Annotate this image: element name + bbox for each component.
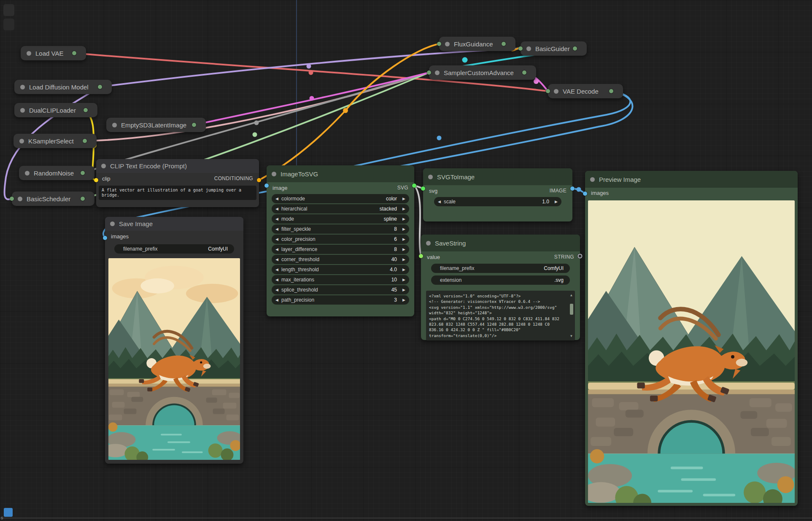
decrement-arrow-icon[interactable]: ◀ xyxy=(275,267,281,272)
widget-extension[interactable]: extension .svg xyxy=(431,275,570,285)
increment-arrow-icon[interactable]: ▶ xyxy=(399,217,405,221)
collapse-dot[interactable] xyxy=(25,171,30,175)
increment-arrow-icon[interactable]: ▶ xyxy=(399,207,405,211)
collapse-dot[interactable] xyxy=(445,42,450,46)
input-slot-clip[interactable] xyxy=(94,178,98,182)
output-slot[interactable] xyxy=(609,89,613,93)
decrement-arrow-icon[interactable]: ◀ xyxy=(438,200,444,204)
widget-filter-speckle[interactable]: ◀filter_speckle8▶ xyxy=(272,224,409,234)
input-slot[interactable] xyxy=(437,42,441,46)
node-clip-text-encode[interactable]: CLIP Text Encode (Prompt) clip CONDITION… xyxy=(96,159,259,207)
collapse-dot[interactable] xyxy=(18,197,22,201)
input-slot-value[interactable] xyxy=(419,254,423,258)
node-load-vae[interactable]: Load VAE xyxy=(21,46,86,60)
widget-color-precision[interactable]: ◀color_precision6▶ xyxy=(272,235,409,244)
collapse-dot[interactable] xyxy=(20,108,25,113)
node-vae-decode[interactable]: VAE Decode xyxy=(548,84,623,98)
decrement-arrow-icon[interactable]: ◀ xyxy=(275,247,281,251)
decrement-arrow-icon[interactable]: ◀ xyxy=(275,237,281,241)
collapse-dot[interactable] xyxy=(101,164,106,168)
collapse-dot[interactable] xyxy=(526,46,531,51)
increment-arrow-icon[interactable]: ▶ xyxy=(399,237,405,241)
increment-arrow-icon[interactable]: ▶ xyxy=(399,247,405,251)
output-slot[interactable] xyxy=(502,42,506,46)
widget-colormode[interactable]: ◀colormodecolor▶ xyxy=(272,194,409,203)
increment-arrow-icon[interactable]: ▶ xyxy=(399,278,405,282)
collapse-dot[interactable] xyxy=(272,172,276,176)
collapse-dot[interactable] xyxy=(110,221,115,226)
collapse-dot[interactable] xyxy=(554,89,558,94)
scroll-down-icon[interactable]: ▼ xyxy=(570,333,572,339)
output-slot[interactable] xyxy=(81,171,85,175)
node-save-image[interactable]: Save Image images filename_prefix ComfyU… xyxy=(105,217,243,464)
input-slot[interactable] xyxy=(10,197,14,201)
increment-arrow-icon[interactable]: ▶ xyxy=(399,227,405,231)
input-slot[interactable] xyxy=(518,46,523,51)
node-empty-sd3-latent-image[interactable]: EmptySD3LatentImage xyxy=(106,118,206,132)
node-graph-canvas[interactable]: s xyxy=(0,0,812,521)
node-image-to-svg[interactable]: ImageToSVG image SVG ◀colormodecolor▶ ◀h… xyxy=(267,165,414,316)
scroll-up-icon[interactable]: ▲ xyxy=(570,292,572,298)
increment-arrow-icon[interactable]: ▶ xyxy=(552,200,558,204)
widget-filename-prefix[interactable]: filename_prefix ComfyUI xyxy=(114,244,234,254)
decrement-arrow-icon[interactable]: ◀ xyxy=(275,288,281,292)
collapse-dot[interactable] xyxy=(20,85,25,89)
input-slot[interactable] xyxy=(427,70,431,75)
collapse-dot[interactable] xyxy=(435,70,440,75)
input-slot-images[interactable] xyxy=(583,192,587,196)
output-slot[interactable] xyxy=(72,51,76,55)
increment-arrow-icon[interactable]: ▶ xyxy=(399,197,405,201)
input-slot-svg[interactable] xyxy=(421,186,425,191)
node-basic-scheduler[interactable]: BasicScheduler xyxy=(12,192,94,206)
output-slot[interactable] xyxy=(573,46,577,51)
output-slot-conditioning[interactable] xyxy=(257,178,261,182)
collapse-dot[interactable] xyxy=(590,177,595,182)
node-svg-to-image[interactable]: SVGToImage svg IMAGE ◀ scale 1.0 ▶ xyxy=(423,168,572,221)
output-slot[interactable] xyxy=(84,108,88,112)
widget-length-threshold[interactable]: ◀length_threshold4.0▶ xyxy=(272,265,409,274)
prompt-text-widget[interactable]: A flat vector art illustration of a goat… xyxy=(99,186,256,200)
increment-arrow-icon[interactable]: ▶ xyxy=(399,257,405,262)
decrement-arrow-icon[interactable]: ◀ xyxy=(275,197,281,201)
collapse-dot[interactable] xyxy=(112,123,117,127)
input-slot-image[interactable] xyxy=(264,184,269,188)
collapse-dot[interactable] xyxy=(426,241,431,246)
collapse-dot[interactable] xyxy=(27,51,31,56)
scrollbar-thumb[interactable] xyxy=(570,304,573,315)
output-slot-string[interactable] xyxy=(578,254,583,259)
output-slot[interactable] xyxy=(98,85,102,89)
output-slot[interactable] xyxy=(192,123,196,127)
output-slot[interactable] xyxy=(522,70,526,75)
scrollbar[interactable]: ▲ ▼ xyxy=(569,292,574,339)
widget-max-iterations[interactable]: ◀max_iterations10▶ xyxy=(272,275,409,284)
node-sampler-custom-advance[interactable]: SamplerCustomAdvance xyxy=(429,65,536,80)
increment-arrow-icon[interactable]: ▶ xyxy=(399,288,405,292)
decrement-arrow-icon[interactable]: ◀ xyxy=(275,207,281,211)
widget-filename-prefix[interactable]: filename_prefix ComfyUI xyxy=(431,264,570,273)
output-slot-image[interactable] xyxy=(570,186,575,191)
decrement-arrow-icon[interactable]: ◀ xyxy=(275,298,281,302)
widget-mode[interactable]: ◀modespline▶ xyxy=(272,214,409,224)
widget-splice-threshold[interactable]: ◀splice_threshold45▶ xyxy=(272,285,409,294)
decrement-arrow-icon[interactable]: ◀ xyxy=(275,278,281,282)
widget-scale[interactable]: ◀ scale 1.0 ▶ xyxy=(434,197,561,206)
widget-layer-difference[interactable]: ◀layer_difference8▶ xyxy=(272,245,409,254)
node-dual-clip-loader[interactable]: DualCLIPLoader xyxy=(14,103,97,117)
node-preview-image[interactable]: Preview Image images xyxy=(585,171,798,506)
collapse-dot[interactable] xyxy=(19,139,24,143)
node-random-noise[interactable]: RandomNoise xyxy=(19,166,94,180)
decrement-arrow-icon[interactable]: ◀ xyxy=(275,257,281,262)
node-save-string[interactable]: SaveString value STRING filename_prefix … xyxy=(421,235,580,340)
node-load-diffusion-model[interactable]: Load Diffusion Model xyxy=(14,80,112,94)
widget-path-precision[interactable]: ◀path_precision3▶ xyxy=(272,295,409,305)
widget-corner-threshold[interactable]: ◀corner_threshold40▶ xyxy=(272,255,409,264)
output-slot-svg[interactable] xyxy=(412,184,416,188)
svg-string-output[interactable]: <?xml version="1.0" encoding="UTF-8"?> <… xyxy=(426,291,575,340)
output-slot[interactable] xyxy=(81,197,85,201)
collapse-dot[interactable] xyxy=(428,175,433,179)
increment-arrow-icon[interactable]: ▶ xyxy=(399,298,405,302)
increment-arrow-icon[interactable]: ▶ xyxy=(399,267,405,272)
node-ksampler-select[interactable]: KSamplerSelect xyxy=(13,134,97,148)
decrement-arrow-icon[interactable]: ◀ xyxy=(275,227,281,231)
node-basic-guider[interactable]: BasicGuider xyxy=(521,41,587,56)
